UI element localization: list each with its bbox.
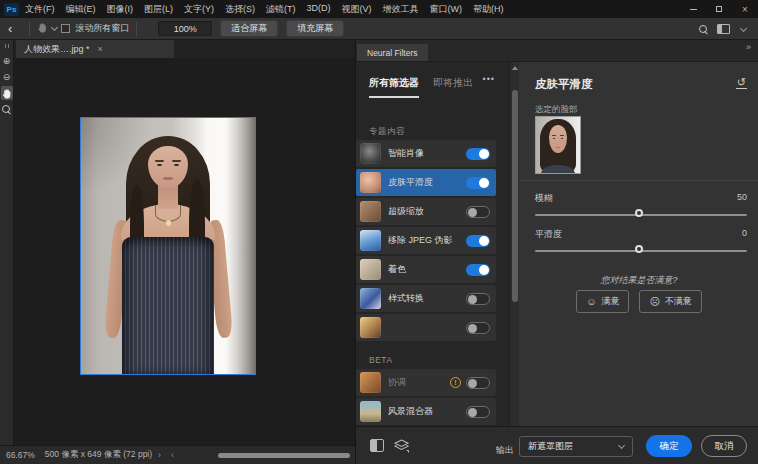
filter-item-label: 样式转换 <box>388 292 466 305</box>
filter-toggle-on[interactable] <box>466 148 490 160</box>
filter-list: 所有筛选器 即将推出 ••• 专题内容智能肖像皮肤平滑度超级缩放移除 JPEG … <box>356 62 509 426</box>
panel-grip-icon[interactable] <box>4 44 10 48</box>
smoothness-slider-track[interactable] <box>535 250 747 252</box>
warning-icon: ! <box>450 377 461 388</box>
tool-strip: ⊕ ⊖ <box>0 40 14 445</box>
menu-item-9[interactable]: 增效工具 <box>383 3 419 16</box>
filter-item-移除 JPEG 伪影[interactable]: 移除 JPEG 伪影 <box>356 227 496 254</box>
window-controls: × <box>680 0 758 18</box>
filter-toggle-on[interactable] <box>466 264 490 276</box>
status-chevron-icon[interactable]: › <box>158 450 161 460</box>
hand-options-chevron-icon[interactable] <box>51 24 58 31</box>
menu-item-2[interactable]: 图像(I) <box>107 3 134 16</box>
filter-thumbnail-icon <box>360 230 381 251</box>
close-button[interactable]: × <box>732 0 758 18</box>
menu-item-4[interactable]: 文字(Y) <box>184 3 214 16</box>
satisfied-label: 满意 <box>601 295 619 308</box>
menu-item-8[interactable]: 视图(V) <box>342 3 372 16</box>
filter-toggle-off[interactable] <box>466 377 490 389</box>
menu-item-0[interactable]: 文件(F) <box>25 3 55 16</box>
filter-toggle-off[interactable] <box>466 206 490 218</box>
feedback-question: 您对结果是否满意? <box>519 274 758 287</box>
tab-all-filters[interactable]: 所有筛选器 <box>369 76 419 98</box>
reset-icon[interactable]: ↺ <box>736 76 747 89</box>
smoothness-slider: 平滑度 0 <box>535 228 747 252</box>
hand-tool-selected-icon[interactable] <box>1 86 13 100</box>
divider <box>29 22 30 36</box>
scroll-all-windows-checkbox[interactable] <box>61 24 70 33</box>
filter-item-皮肤平滑度[interactable]: 皮肤平滑度 <box>356 169 496 196</box>
output-chevron-icon <box>618 441 625 448</box>
zoom-out-tool-icon[interactable]: ⊖ <box>1 70 13 84</box>
fit-screen-button[interactable]: 适合屏幕 <box>220 20 278 37</box>
back-icon[interactable]: ‹ <box>8 22 12 35</box>
cancel-button[interactable]: 取消 <box>701 435 747 457</box>
filter-item-超级缩放[interactable]: 超级缩放 <box>356 198 496 225</box>
filter-item-协调[interactable]: 协调! <box>356 369 496 396</box>
neural-filters-panel-tab[interactable]: Neural Filters <box>357 44 428 61</box>
before-after-preview-icon[interactable] <box>370 439 384 452</box>
menu-item-5[interactable]: 选择(S) <box>225 3 255 16</box>
output-select[interactable]: 新遮罩图层 <box>519 436 633 457</box>
filter-thumbnail-icon <box>360 401 381 422</box>
filter-toggle-on[interactable] <box>466 177 490 189</box>
hand-tool-icon[interactable] <box>37 22 48 35</box>
filter-toggle-on[interactable] <box>466 235 490 247</box>
fill-screen-button[interactable]: 填充屏幕 <box>286 20 344 37</box>
filter-toggle-off[interactable] <box>466 406 490 418</box>
status-zoom-level[interactable]: 66.67% <box>6 450 35 460</box>
menu-item-1[interactable]: 编辑(E) <box>66 3 96 16</box>
document-tab[interactable]: 人物效果….jpg * × <box>16 40 174 58</box>
menu-item-10[interactable]: 窗口(W) <box>430 3 463 16</box>
horizontal-scrollbar-thumb[interactable] <box>218 453 350 458</box>
zoom-tool-icon[interactable] <box>1 102 13 116</box>
section-header-1: BETA <box>369 355 393 365</box>
layers-icon[interactable] <box>394 439 409 457</box>
blur-slider-value: 50 <box>737 192 747 205</box>
filter-item-label: 皮肤平滑度 <box>388 176 466 189</box>
blur-slider-track[interactable] <box>535 214 747 216</box>
portrait-striped-top <box>122 237 214 375</box>
menu-item-3[interactable]: 图层(L) <box>144 3 173 16</box>
scrollbar-thumb[interactable] <box>512 90 518 302</box>
satisfied-button[interactable]: ☺ 满意 <box>576 290 629 313</box>
more-options-icon[interactable]: ••• <box>483 74 495 84</box>
canvas[interactable] <box>14 58 355 445</box>
minimize-button[interactable] <box>680 0 706 18</box>
smoothness-slider-knob[interactable] <box>635 245 643 253</box>
filter-item-着色[interactable]: 着色 <box>356 256 496 283</box>
smile-icon: ☺ <box>586 296 596 307</box>
status-doc-info: 500 像素 x 649 像素 (72 ppi) <box>45 449 152 461</box>
document-close-icon[interactable]: × <box>98 44 103 54</box>
portrait-pendant <box>166 220 171 225</box>
zoom-in-tool-icon[interactable]: ⊕ <box>1 54 13 68</box>
selected-face-thumbnail[interactable] <box>535 116 581 174</box>
scroll-up-icon[interactable] <box>512 66 518 70</box>
portrait-photo[interactable] <box>80 117 256 375</box>
workspace-icon[interactable] <box>717 24 730 34</box>
filter-item-智能肖像[interactable]: 智能肖像 <box>356 140 496 167</box>
hscroll-left-icon[interactable]: ‹ <box>171 450 174 460</box>
menu-item-6[interactable]: 滤镜(T) <box>266 3 296 16</box>
workspace-chevron-icon[interactable] <box>740 24 747 31</box>
filter-toggle-off[interactable] <box>466 322 490 334</box>
search-icon[interactable] <box>699 25 708 34</box>
ok-button[interactable]: 确定 <box>646 435 692 457</box>
filter-item-风景混合器[interactable]: 风景混合器 <box>356 398 496 425</box>
tab-coming-soon[interactable]: 即将推出 <box>433 76 473 98</box>
filter-item-样式转换[interactable]: 样式转换 <box>356 285 496 312</box>
panel-collapse-icon[interactable]: » <box>746 42 751 52</box>
filter-list-scrollbar[interactable] <box>509 62 519 426</box>
filter-toggle-off[interactable] <box>466 293 490 305</box>
divider <box>136 22 137 36</box>
restore-button[interactable] <box>706 0 732 18</box>
output-label: 输出 <box>496 444 514 457</box>
filter-item-unnamed-0-6[interactable] <box>356 314 496 341</box>
blur-slider-knob[interactable] <box>635 209 643 217</box>
unsatisfied-button[interactable]: ☹ 不满意 <box>639 290 701 313</box>
filter-thumbnail-icon <box>360 288 381 309</box>
menu-item-11[interactable]: 帮助(H) <box>473 3 504 16</box>
selected-face-label: 选定的脸部 <box>535 104 578 116</box>
menu-item-7[interactable]: 3D(D) <box>307 3 331 16</box>
zoom-percentage-field[interactable]: 100% <box>158 21 212 36</box>
